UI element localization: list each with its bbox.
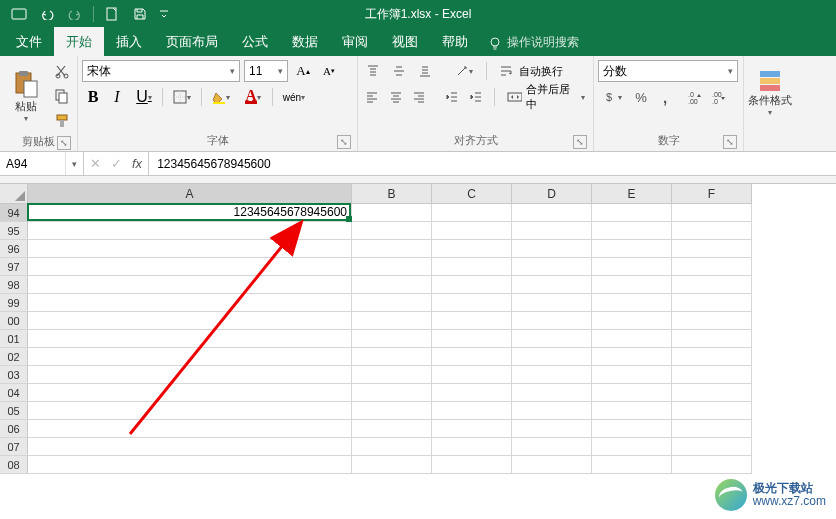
redo-button[interactable] — [62, 2, 88, 26]
row-header[interactable]: 97 — [0, 258, 28, 276]
cell[interactable] — [512, 240, 592, 258]
border-button[interactable]: ▾ — [167, 86, 197, 108]
tab-home[interactable]: 开始 — [54, 27, 104, 56]
cell[interactable] — [672, 294, 752, 312]
cell[interactable] — [28, 258, 352, 276]
cell[interactable] — [432, 330, 512, 348]
increase-font-button[interactable]: A▴ — [292, 60, 314, 82]
font-size-combo[interactable]: 11▾ — [244, 60, 288, 82]
conditional-format-button[interactable]: 条件格式 ▾ — [748, 60, 792, 126]
cell[interactable] — [672, 402, 752, 420]
cell[interactable] — [352, 330, 432, 348]
underline-button[interactable]: U ▾ — [130, 86, 158, 108]
cell-a94[interactable]: 12345645678945600 — [28, 204, 352, 222]
column-header-c[interactable]: C — [432, 184, 512, 204]
comma-button[interactable]: , — [654, 86, 676, 108]
paste-button[interactable]: 粘贴 ▾ — [4, 63, 47, 129]
column-header-e[interactable]: E — [592, 184, 672, 204]
row-header[interactable]: 04 — [0, 384, 28, 402]
cell[interactable] — [512, 366, 592, 384]
cell[interactable] — [592, 402, 672, 420]
cell[interactable] — [512, 420, 592, 438]
cell[interactable] — [512, 222, 592, 240]
alignment-dialog-launcher[interactable]: ⤡ — [573, 135, 587, 149]
cell[interactable] — [432, 312, 512, 330]
cell[interactable] — [28, 276, 352, 294]
row-header[interactable]: 05 — [0, 402, 28, 420]
copy-button[interactable] — [51, 85, 73, 107]
row-header[interactable]: 94 — [0, 204, 28, 222]
align-left-button[interactable] — [362, 86, 382, 108]
align-top-button[interactable] — [362, 60, 384, 82]
fill-color-button[interactable]: ▾ — [206, 86, 236, 108]
orientation-button[interactable]: ▾ — [450, 60, 478, 82]
name-box-input[interactable] — [0, 152, 65, 175]
tell-me-search[interactable]: 操作说明搜索 — [480, 30, 587, 56]
cell[interactable] — [512, 402, 592, 420]
cell[interactable] — [432, 456, 512, 474]
cell[interactable] — [432, 438, 512, 456]
cut-button[interactable] — [51, 60, 73, 82]
cell[interactable] — [672, 222, 752, 240]
cell[interactable] — [28, 384, 352, 402]
cell[interactable] — [512, 456, 592, 474]
increase-indent-button[interactable] — [466, 86, 486, 108]
cell[interactable] — [592, 222, 672, 240]
cell[interactable] — [352, 258, 432, 276]
cell[interactable] — [432, 276, 512, 294]
cell[interactable] — [672, 366, 752, 384]
undo-button[interactable] — [34, 2, 60, 26]
select-all-corner[interactable] — [0, 184, 28, 204]
cell[interactable] — [592, 204, 672, 222]
decrease-indent-button[interactable] — [443, 86, 463, 108]
format-painter-button[interactable] — [51, 110, 73, 132]
cell[interactable] — [672, 348, 752, 366]
row-header[interactable]: 02 — [0, 348, 28, 366]
formula-input[interactable] — [149, 152, 836, 175]
cancel-formula-button[interactable]: ✕ — [90, 156, 101, 171]
cell[interactable] — [512, 258, 592, 276]
cell[interactable] — [28, 402, 352, 420]
font-dialog-launcher[interactable]: ⤡ — [337, 135, 351, 149]
row-header[interactable]: 03 — [0, 366, 28, 384]
decrease-decimal-button[interactable]: .00.0 — [708, 86, 730, 108]
cell[interactable] — [512, 330, 592, 348]
cell[interactable] — [432, 402, 512, 420]
align-bottom-button[interactable] — [414, 60, 436, 82]
cell[interactable] — [592, 438, 672, 456]
cell[interactable] — [672, 276, 752, 294]
cell[interactable] — [352, 222, 432, 240]
name-box-dropdown[interactable]: ▾ — [65, 152, 83, 175]
qat-more-button[interactable] — [155, 2, 173, 26]
cell[interactable] — [592, 330, 672, 348]
column-header-a[interactable]: A — [28, 184, 352, 204]
row-header[interactable]: 01 — [0, 330, 28, 348]
increase-decimal-button[interactable]: .0.00 — [684, 86, 706, 108]
font-name-combo[interactable]: 宋体▾ — [82, 60, 240, 82]
cell[interactable] — [672, 312, 752, 330]
cell[interactable] — [592, 456, 672, 474]
cell[interactable] — [28, 330, 352, 348]
cell[interactable] — [352, 438, 432, 456]
fx-button[interactable]: fx — [132, 156, 142, 171]
cell[interactable] — [672, 258, 752, 276]
italic-button[interactable]: I — [106, 86, 128, 108]
row-header[interactable]: 99 — [0, 294, 28, 312]
row-header[interactable]: 07 — [0, 438, 28, 456]
wrap-text-button[interactable]: 自动换行 — [495, 60, 577, 82]
tab-help[interactable]: 帮助 — [430, 27, 480, 56]
cell[interactable] — [592, 312, 672, 330]
tab-file[interactable]: 文件 — [4, 27, 54, 56]
accounting-format-button[interactable]: $▾ — [598, 86, 628, 108]
cell[interactable] — [592, 294, 672, 312]
spreadsheet-grid[interactable]: A B C D E F 94 95 96 97 98 99 00 01 02 0… — [0, 184, 836, 474]
number-dialog-launcher[interactable]: ⤡ — [723, 135, 737, 149]
cells-area[interactable]: 12345645678945600 — [28, 204, 836, 474]
cell[interactable] — [28, 366, 352, 384]
autosave-toggle[interactable] — [6, 2, 32, 26]
row-header[interactable]: 00 — [0, 312, 28, 330]
enter-formula-button[interactable]: ✓ — [111, 156, 122, 171]
cell[interactable] — [432, 420, 512, 438]
merge-center-button[interactable]: 合并后居中 ▾ — [503, 86, 589, 108]
percent-button[interactable]: % — [630, 86, 652, 108]
